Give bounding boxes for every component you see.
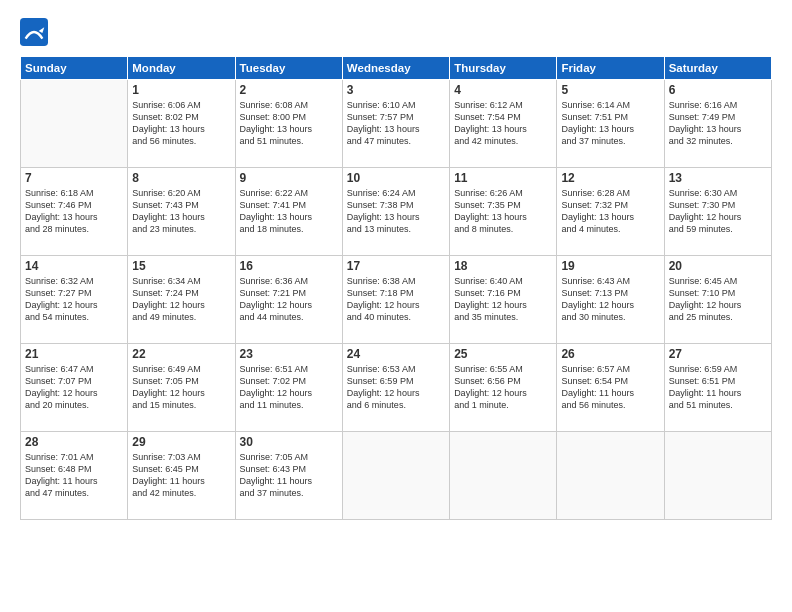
day-number: 30: [240, 435, 338, 449]
day-number: 9: [240, 171, 338, 185]
day-number: 18: [454, 259, 552, 273]
weekday-header-thursday: Thursday: [450, 57, 557, 80]
day-info: Sunrise: 7:05 AM Sunset: 6:43 PM Dayligh…: [240, 451, 338, 500]
day-info: Sunrise: 6:49 AM Sunset: 7:05 PM Dayligh…: [132, 363, 230, 412]
day-number: 14: [25, 259, 123, 273]
day-info: Sunrise: 6:51 AM Sunset: 7:02 PM Dayligh…: [240, 363, 338, 412]
calendar-cell: 19Sunrise: 6:43 AM Sunset: 7:13 PM Dayli…: [557, 256, 664, 344]
weekday-header-wednesday: Wednesday: [342, 57, 449, 80]
day-number: 4: [454, 83, 552, 97]
logo: [20, 18, 52, 46]
day-info: Sunrise: 6:59 AM Sunset: 6:51 PM Dayligh…: [669, 363, 767, 412]
calendar-cell: 13Sunrise: 6:30 AM Sunset: 7:30 PM Dayli…: [664, 168, 771, 256]
day-info: Sunrise: 6:53 AM Sunset: 6:59 PM Dayligh…: [347, 363, 445, 412]
calendar-cell: [557, 432, 664, 520]
calendar-cell: 15Sunrise: 6:34 AM Sunset: 7:24 PM Dayli…: [128, 256, 235, 344]
day-info: Sunrise: 6:57 AM Sunset: 6:54 PM Dayligh…: [561, 363, 659, 412]
calendar-cell: 27Sunrise: 6:59 AM Sunset: 6:51 PM Dayli…: [664, 344, 771, 432]
calendar-cell: 25Sunrise: 6:55 AM Sunset: 6:56 PM Dayli…: [450, 344, 557, 432]
calendar-cell: 6Sunrise: 6:16 AM Sunset: 7:49 PM Daylig…: [664, 80, 771, 168]
day-number: 16: [240, 259, 338, 273]
calendar-week-3: 14Sunrise: 6:32 AM Sunset: 7:27 PM Dayli…: [21, 256, 772, 344]
day-info: Sunrise: 7:03 AM Sunset: 6:45 PM Dayligh…: [132, 451, 230, 500]
day-number: 25: [454, 347, 552, 361]
weekday-row: SundayMondayTuesdayWednesdayThursdayFrid…: [21, 57, 772, 80]
day-number: 10: [347, 171, 445, 185]
calendar-cell: 26Sunrise: 6:57 AM Sunset: 6:54 PM Dayli…: [557, 344, 664, 432]
day-number: 8: [132, 171, 230, 185]
calendar-cell: 23Sunrise: 6:51 AM Sunset: 7:02 PM Dayli…: [235, 344, 342, 432]
calendar-cell: 3Sunrise: 6:10 AM Sunset: 7:57 PM Daylig…: [342, 80, 449, 168]
day-info: Sunrise: 6:34 AM Sunset: 7:24 PM Dayligh…: [132, 275, 230, 324]
day-info: Sunrise: 6:22 AM Sunset: 7:41 PM Dayligh…: [240, 187, 338, 236]
calendar-cell: 28Sunrise: 7:01 AM Sunset: 6:48 PM Dayli…: [21, 432, 128, 520]
weekday-header-saturday: Saturday: [664, 57, 771, 80]
day-number: 20: [669, 259, 767, 273]
day-number: 22: [132, 347, 230, 361]
day-info: Sunrise: 6:32 AM Sunset: 7:27 PM Dayligh…: [25, 275, 123, 324]
day-number: 21: [25, 347, 123, 361]
page: SundayMondayTuesdayWednesdayThursdayFrid…: [0, 0, 792, 612]
day-number: 7: [25, 171, 123, 185]
calendar-cell: 17Sunrise: 6:38 AM Sunset: 7:18 PM Dayli…: [342, 256, 449, 344]
day-info: Sunrise: 6:24 AM Sunset: 7:38 PM Dayligh…: [347, 187, 445, 236]
day-number: 28: [25, 435, 123, 449]
calendar-cell: 16Sunrise: 6:36 AM Sunset: 7:21 PM Dayli…: [235, 256, 342, 344]
day-number: 11: [454, 171, 552, 185]
day-info: Sunrise: 6:20 AM Sunset: 7:43 PM Dayligh…: [132, 187, 230, 236]
calendar-cell: 2Sunrise: 6:08 AM Sunset: 8:00 PM Daylig…: [235, 80, 342, 168]
day-number: 3: [347, 83, 445, 97]
calendar-cell: 8Sunrise: 6:20 AM Sunset: 7:43 PM Daylig…: [128, 168, 235, 256]
calendar-cell: 1Sunrise: 6:06 AM Sunset: 8:02 PM Daylig…: [128, 80, 235, 168]
calendar-cell: 20Sunrise: 6:45 AM Sunset: 7:10 PM Dayli…: [664, 256, 771, 344]
calendar-week-2: 7Sunrise: 6:18 AM Sunset: 7:46 PM Daylig…: [21, 168, 772, 256]
day-info: Sunrise: 6:40 AM Sunset: 7:16 PM Dayligh…: [454, 275, 552, 324]
day-info: Sunrise: 6:08 AM Sunset: 8:00 PM Dayligh…: [240, 99, 338, 148]
day-number: 23: [240, 347, 338, 361]
day-number: 17: [347, 259, 445, 273]
logo-icon: [20, 18, 48, 46]
day-info: Sunrise: 6:47 AM Sunset: 7:07 PM Dayligh…: [25, 363, 123, 412]
calendar-cell: 11Sunrise: 6:26 AM Sunset: 7:35 PM Dayli…: [450, 168, 557, 256]
day-info: Sunrise: 6:38 AM Sunset: 7:18 PM Dayligh…: [347, 275, 445, 324]
weekday-header-friday: Friday: [557, 57, 664, 80]
calendar-cell: 5Sunrise: 6:14 AM Sunset: 7:51 PM Daylig…: [557, 80, 664, 168]
calendar-week-4: 21Sunrise: 6:47 AM Sunset: 7:07 PM Dayli…: [21, 344, 772, 432]
calendar-cell: 4Sunrise: 6:12 AM Sunset: 7:54 PM Daylig…: [450, 80, 557, 168]
day-number: 27: [669, 347, 767, 361]
day-info: Sunrise: 6:18 AM Sunset: 7:46 PM Dayligh…: [25, 187, 123, 236]
weekday-header-monday: Monday: [128, 57, 235, 80]
calendar-cell: 29Sunrise: 7:03 AM Sunset: 6:45 PM Dayli…: [128, 432, 235, 520]
calendar-cell: 30Sunrise: 7:05 AM Sunset: 6:43 PM Dayli…: [235, 432, 342, 520]
calendar-cell: [450, 432, 557, 520]
calendar-cell: [664, 432, 771, 520]
day-info: Sunrise: 6:28 AM Sunset: 7:32 PM Dayligh…: [561, 187, 659, 236]
day-number: 26: [561, 347, 659, 361]
calendar-header: SundayMondayTuesdayWednesdayThursdayFrid…: [21, 57, 772, 80]
day-info: Sunrise: 6:16 AM Sunset: 7:49 PM Dayligh…: [669, 99, 767, 148]
calendar-cell: 10Sunrise: 6:24 AM Sunset: 7:38 PM Dayli…: [342, 168, 449, 256]
calendar-body: 1Sunrise: 6:06 AM Sunset: 8:02 PM Daylig…: [21, 80, 772, 520]
calendar-cell: 24Sunrise: 6:53 AM Sunset: 6:59 PM Dayli…: [342, 344, 449, 432]
day-info: Sunrise: 6:55 AM Sunset: 6:56 PM Dayligh…: [454, 363, 552, 412]
header: [20, 18, 772, 46]
calendar-cell: 12Sunrise: 6:28 AM Sunset: 7:32 PM Dayli…: [557, 168, 664, 256]
day-info: Sunrise: 6:30 AM Sunset: 7:30 PM Dayligh…: [669, 187, 767, 236]
calendar-week-1: 1Sunrise: 6:06 AM Sunset: 8:02 PM Daylig…: [21, 80, 772, 168]
day-number: 1: [132, 83, 230, 97]
calendar-cell: 21Sunrise: 6:47 AM Sunset: 7:07 PM Dayli…: [21, 344, 128, 432]
day-info: Sunrise: 6:06 AM Sunset: 8:02 PM Dayligh…: [132, 99, 230, 148]
calendar-cell: 14Sunrise: 6:32 AM Sunset: 7:27 PM Dayli…: [21, 256, 128, 344]
calendar-cell: 9Sunrise: 6:22 AM Sunset: 7:41 PM Daylig…: [235, 168, 342, 256]
calendar-table: SundayMondayTuesdayWednesdayThursdayFrid…: [20, 56, 772, 520]
day-info: Sunrise: 6:45 AM Sunset: 7:10 PM Dayligh…: [669, 275, 767, 324]
day-info: Sunrise: 6:26 AM Sunset: 7:35 PM Dayligh…: [454, 187, 552, 236]
day-number: 24: [347, 347, 445, 361]
calendar-week-5: 28Sunrise: 7:01 AM Sunset: 6:48 PM Dayli…: [21, 432, 772, 520]
calendar-cell: 22Sunrise: 6:49 AM Sunset: 7:05 PM Dayli…: [128, 344, 235, 432]
calendar-cell: [21, 80, 128, 168]
day-number: 19: [561, 259, 659, 273]
day-number: 5: [561, 83, 659, 97]
day-number: 13: [669, 171, 767, 185]
calendar-cell: [342, 432, 449, 520]
